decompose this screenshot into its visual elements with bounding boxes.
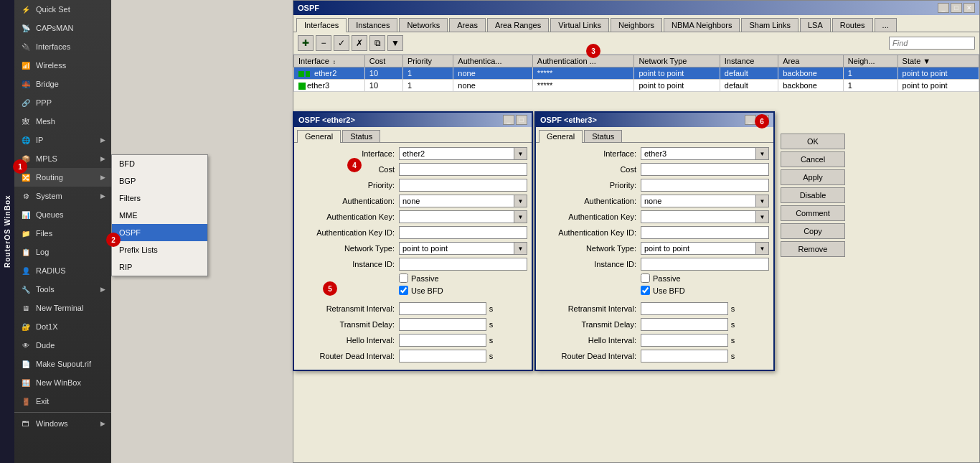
ether3-tab-general[interactable]: General bbox=[539, 130, 583, 143]
table-row[interactable]: ether3 10 1 none ***** point to point de… bbox=[294, 80, 979, 92]
ospf-close-btn[interactable]: ✕ bbox=[963, 3, 975, 13]
sidebar-item-log[interactable]: 📋 Log bbox=[14, 243, 111, 261]
routerdead-input[interactable]: 40 bbox=[399, 350, 486, 363]
submenu-item-bfd[interactable]: BFD bbox=[112, 155, 207, 172]
tab-neighbors[interactable]: Neighbors bbox=[611, 18, 662, 32]
ether3-transmitdelay-input[interactable]: 1 bbox=[641, 318, 728, 331]
ether3-nettype-btn[interactable]: ▼ bbox=[756, 242, 769, 255]
transmitdelay-input[interactable]: 1 bbox=[399, 318, 486, 331]
sidebar-item-new-terminal[interactable]: 🖥 New Terminal bbox=[14, 299, 111, 317]
nettype-btn[interactable]: ▼ bbox=[514, 242, 527, 255]
ether3-authkey-btn[interactable]: ▼ bbox=[756, 210, 769, 223]
tab-routes[interactable]: Routes bbox=[832, 18, 873, 32]
tab-more[interactable]: ... bbox=[875, 18, 897, 32]
submenu-item-rip[interactable]: RIP bbox=[112, 258, 207, 276]
ether2-tab-status[interactable]: Status bbox=[342, 130, 380, 142]
sidebar-item-mpls[interactable]: 📦 MPLS ▶ bbox=[14, 149, 111, 168]
auth-dropdown-btn[interactable]: ▼ bbox=[514, 195, 527, 207]
filter-btn[interactable]: ▼ bbox=[387, 35, 403, 51]
retransmit-label: Retransmit Interval: bbox=[298, 304, 399, 313]
sidebar-item-dude[interactable]: 👁 Dude bbox=[14, 336, 111, 355]
sidebar-item-system[interactable]: ⚙ System ▶ bbox=[14, 187, 111, 205]
instanceid-input[interactable]: 0 bbox=[399, 258, 527, 271]
sidebar-item-bridge[interactable]: 🌉 Bridge bbox=[14, 75, 111, 93]
sidebar-item-exit[interactable]: 🚪 Exit bbox=[14, 392, 111, 411]
tab-virtual-links[interactable]: Virtual Links bbox=[550, 18, 609, 32]
apply-btn[interactable]: Apply bbox=[781, 169, 845, 185]
form-row-priority: Priority: 1 bbox=[298, 179, 527, 192]
comment-btn[interactable]: Comment bbox=[781, 205, 845, 221]
sidebar-item-interfaces[interactable]: 🔌 Interfaces bbox=[14, 37, 111, 56]
form-row-passive: Passive bbox=[399, 273, 527, 283]
tab-instances[interactable]: Instances bbox=[348, 18, 397, 32]
passive-checkbox[interactable] bbox=[399, 273, 408, 283]
find-input[interactable] bbox=[889, 37, 975, 50]
sidebar-item-winbox[interactable]: 🪟 New WinBox bbox=[14, 373, 111, 392]
sidebar-item-quickset[interactable]: ⚡ Quick Set bbox=[14, 0, 111, 19]
submenu-item-filters[interactable]: Filters bbox=[112, 190, 207, 207]
sidebar-item-radius[interactable]: 👤 RADIUS bbox=[14, 261, 111, 280]
ether2-maximize-btn[interactable]: □ bbox=[516, 115, 527, 125]
sidebar-item-queues[interactable]: 📊 Queues bbox=[14, 205, 111, 224]
interface-dropdown-btn[interactable]: ▼ bbox=[514, 147, 527, 160]
sidebar-item-wireless[interactable]: 📶 Wireless bbox=[14, 56, 111, 75]
authkey-btn[interactable]: ▼ bbox=[514, 210, 527, 223]
sidebar-item-routing[interactable]: 🔀 Routing ▶ bbox=[14, 168, 111, 187]
cancel-btn[interactable]: Cancel bbox=[781, 151, 845, 167]
copy-action-btn[interactable]: Copy bbox=[781, 223, 845, 239]
ether3-authkey-input[interactable] bbox=[641, 210, 756, 223]
tab-nbma-neighbors[interactable]: NBMA Neighbors bbox=[664, 18, 740, 32]
tab-areas[interactable]: Areas bbox=[449, 18, 486, 32]
ether3-usebfd-checkbox[interactable] bbox=[641, 286, 650, 295]
sidebar-item-tools[interactable]: 🔧 Tools ▶ bbox=[14, 280, 111, 299]
priority-input[interactable]: 1 bbox=[399, 179, 527, 192]
sidebar-item-windows[interactable]: 🗔 Windows ▶ bbox=[14, 414, 111, 433]
remove-btn[interactable]: − bbox=[316, 35, 331, 51]
ether3-routerdead-input[interactable]: 40 bbox=[641, 350, 728, 363]
sidebar-item-ip[interactable]: 🌐 IP ▶ bbox=[14, 131, 111, 149]
sidebar-item-capsman[interactable]: 📡 CAPsMAN bbox=[14, 19, 111, 37]
sidebar-item-mesh[interactable]: 🕸 Mesh bbox=[14, 112, 111, 131]
ether3-priority-input[interactable]: 1 bbox=[641, 179, 769, 192]
sidebar-item-supout[interactable]: 📄 Make Supout.rif bbox=[14, 355, 111, 373]
ospf-maximize-btn[interactable]: □ bbox=[951, 3, 962, 13]
enable-btn[interactable]: ✓ bbox=[334, 35, 349, 51]
ether3-interface-btn[interactable]: ▼ bbox=[756, 147, 769, 160]
usebfd-checkbox[interactable] bbox=[399, 286, 408, 295]
ok-btn[interactable]: OK bbox=[781, 134, 845, 149]
ether2-tab-general[interactable]: General bbox=[297, 130, 341, 143]
ether3-hello-input[interactable]: 10 bbox=[641, 334, 728, 347]
authkeyid-input[interactable]: 1 bbox=[399, 226, 527, 239]
ether3-authkeyid-input[interactable]: 1 bbox=[641, 226, 769, 239]
hello-input[interactable]: 10 bbox=[399, 334, 486, 347]
ether3-retransmit-input[interactable]: 5 bbox=[641, 302, 728, 315]
tab-lsa[interactable]: LSA bbox=[800, 18, 831, 32]
submenu-item-prefix-lists[interactable]: Prefix Lists bbox=[112, 241, 207, 258]
ether2-minimize-btn[interactable]: _ bbox=[503, 115, 514, 125]
tab-networks[interactable]: Networks bbox=[399, 18, 448, 32]
tab-interfaces[interactable]: Interfaces bbox=[296, 18, 347, 32]
disable-btn[interactable]: Disable bbox=[781, 187, 845, 203]
sidebar-item-files[interactable]: 📁 Files bbox=[14, 224, 111, 243]
submenu-item-mme[interactable]: MME bbox=[112, 207, 207, 224]
submenu-item-ospf[interactable]: OSPF bbox=[112, 224, 207, 241]
retransmit-input[interactable]: 5 bbox=[399, 302, 486, 315]
copy-btn[interactable]: ⧉ bbox=[369, 35, 385, 51]
disable-btn[interactable]: ✗ bbox=[352, 35, 367, 51]
sidebar-item-dot1x[interactable]: 🔐 Dot1X bbox=[14, 317, 111, 336]
authkey-input[interactable] bbox=[399, 210, 514, 223]
add-btn[interactable]: ✚ bbox=[298, 35, 314, 51]
table-row[interactable]: ether2 10 1 none ***** point to point de… bbox=[294, 67, 979, 80]
remove-btn[interactable]: Remove bbox=[781, 241, 845, 257]
ether3-instanceid-input[interactable]: 0 bbox=[641, 258, 769, 271]
sidebar-item-ppp[interactable]: 🔗 PPP bbox=[14, 93, 111, 112]
ether3-passive-checkbox[interactable] bbox=[641, 273, 650, 283]
submenu-item-bgp[interactable]: BGP bbox=[112, 172, 207, 190]
ether3-auth-btn[interactable]: ▼ bbox=[756, 195, 769, 207]
ether3-tab-status[interactable]: Status bbox=[584, 130, 622, 142]
ospf-minimize-btn[interactable]: _ bbox=[938, 3, 949, 13]
tab-area-ranges[interactable]: Area Ranges bbox=[487, 18, 549, 32]
cost-input[interactable]: 10 bbox=[399, 163, 527, 176]
tab-sham-links[interactable]: Sham Links bbox=[741, 18, 798, 32]
ether3-cost-input[interactable]: 10 bbox=[641, 163, 769, 176]
